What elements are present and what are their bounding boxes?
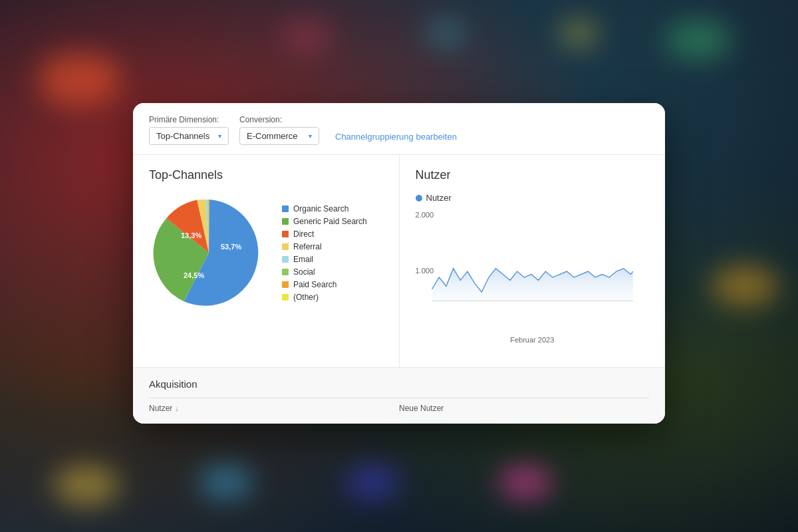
legend-color-direct — [282, 231, 289, 237]
legend-color-social — [282, 269, 289, 275]
legend-label-email: Email — [293, 255, 313, 264]
legend-label-organic: Organic Search — [293, 204, 348, 213]
dropdown-primary-value: Top-Channels — [156, 131, 209, 141]
legend-color-email — [282, 256, 289, 263]
legend-color-paid-search — [282, 281, 289, 288]
pie-panel: Top-Channels — [133, 155, 400, 367]
legend-label-social: Social — [293, 267, 315, 277]
primary-dimension-group: Primäre Dimension: Top-Channels ▾ — [149, 115, 229, 145]
legend-item-paid-search: Paid Search — [282, 280, 367, 289]
primary-dimension-label: Primäre Dimension: — [149, 115, 229, 124]
legend-color-referral — [282, 243, 289, 250]
card-body: Top-Channels — [133, 155, 665, 424]
legend-label-referral: Referral — [293, 242, 322, 251]
sort-arrow-icon[interactable]: ↓ — [175, 404, 179, 412]
channel-grouping-link[interactable]: Channelgruppierung bearbeiten — [335, 132, 457, 142]
nutzer-panel: Nutzer Nutzer 2.000 1.000 — [400, 155, 666, 367]
akq-neue-nutzer-label: Neue Nutzer — [399, 404, 444, 413]
chevron-down-icon: ▾ — [218, 132, 221, 140]
pie-area: 53,7% 24,5% 13,3% Organic Search Generic — [149, 193, 383, 313]
legend-label-other: (Other) — [293, 293, 319, 302]
akq-col-nutzer: Nutzer ↓ — [149, 404, 399, 413]
legend-item-social: Social — [282, 267, 367, 277]
nutzer-title: Nutzer — [416, 168, 650, 182]
primary-dimension-dropdown[interactable]: Top-Channels ▾ — [149, 127, 229, 145]
pie-label-organic: 53,7% — [221, 243, 241, 251]
akq-col-neue-nutzer: Neue Nutzer — [399, 404, 649, 413]
dropdown-conversion-value: E-Commerce — [247, 131, 298, 141]
main-card: Primäre Dimension: Top-Channels ▾ Conver… — [133, 103, 665, 424]
card-header: Primäre Dimension: Top-Channels ▾ Conver… — [133, 103, 665, 155]
legend-item-email: Email — [282, 255, 367, 264]
pie-label-generic: 24,5% — [184, 271, 204, 279]
legend-item-direct: Direct — [282, 229, 367, 239]
legend-item-other: (Other) — [282, 293, 367, 302]
pie-chart-svg: 53,7% 24,5% 13,3% — [149, 193, 269, 313]
legend-item-generic-paid: Generic Paid Search — [282, 217, 367, 226]
chart-x-label: Februar 2023 — [416, 336, 650, 344]
conversion-dropdown[interactable]: E-Commerce ▾ — [239, 127, 319, 145]
akquisition-title: Akquisition — [149, 378, 649, 390]
legend-color-organic — [282, 205, 289, 212]
nutzer-legend-label: Nutzer — [426, 193, 452, 203]
chart-fill-area — [432, 269, 632, 301]
legend-color-other — [282, 294, 289, 301]
akquisition-section: Akquisition Nutzer ↓ Neue Nutzer — [133, 368, 665, 424]
legend-label-generic-paid: Generic Paid Search — [293, 217, 367, 226]
pie-label-direct: 13,3% — [181, 231, 201, 239]
conversion-label: Conversion: — [239, 115, 319, 124]
legend-item-referral: Referral — [282, 242, 367, 251]
nutzer-chart: 2.000 1.000 — [416, 211, 650, 344]
legend-label-direct: Direct — [293, 229, 314, 239]
top-section: Top-Channels — [133, 155, 665, 368]
conversion-group: Conversion: E-Commerce ▾ — [239, 115, 319, 145]
pie-chart: 53,7% 24,5% 13,3% — [149, 193, 269, 313]
akquisition-header: Nutzer ↓ Neue Nutzer — [149, 398, 649, 413]
legend-item-organic: Organic Search — [282, 204, 367, 213]
chevron-down-icon-2: ▾ — [309, 132, 312, 140]
pie-legend: Organic Search Generic Paid Search Direc… — [282, 204, 367, 302]
legend-label-paid-search: Paid Search — [293, 280, 336, 289]
chart-y-label-mid: 1.000 — [416, 267, 434, 275]
akq-nutzer-label: Nutzer — [149, 404, 172, 413]
nutzer-dot-icon — [416, 195, 422, 201]
nutzer-chart-svg — [416, 224, 650, 331]
nutzer-legend: Nutzer — [416, 193, 650, 203]
pie-chart-title: Top-Channels — [149, 168, 383, 182]
legend-color-generic-paid — [282, 218, 289, 225]
chart-y-label-high: 2.000 — [416, 211, 434, 219]
